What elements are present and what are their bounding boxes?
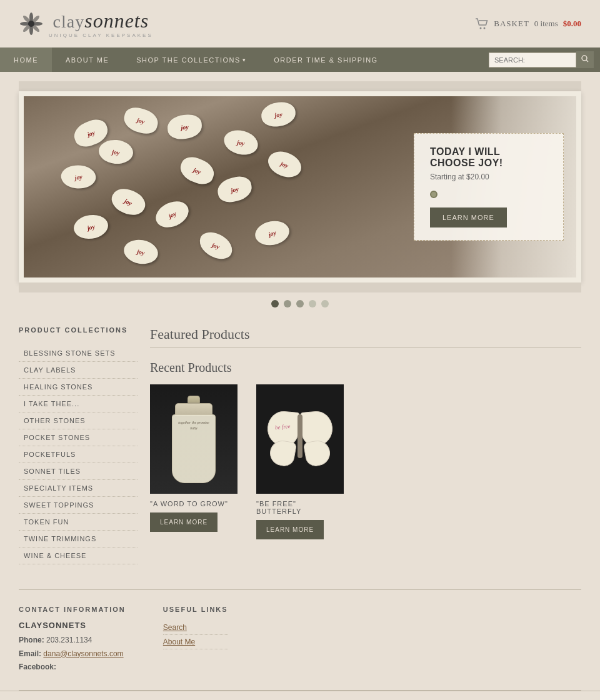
footer-links: USEFUL LINKS Search About Me [163, 606, 228, 674]
main-content: PRODUCT COLLECTIONS BLESSING STONE SETS … [0, 314, 600, 577]
scallop-top-row [19, 81, 581, 91]
sidebar-item-healing-stones[interactable]: HEALING STONES [19, 379, 138, 396]
product-image-jar: together the promise baby [150, 384, 238, 494]
footer-email-label: Email: [19, 649, 41, 658]
product-btn-jar[interactable]: LEARN MORE [150, 512, 218, 532]
footer-phone: Phone: 203.231.1134 [19, 634, 126, 648]
sidebar-title: PRODUCT COLLECTIONS [19, 326, 138, 338]
footer-links-title: USEFUL LINKS [163, 606, 228, 613]
product-name-butterfly: "BE FREE" BUTTERFLY [256, 500, 344, 515]
product-name-jar: "A WORD TO GROW" [150, 500, 238, 508]
nav-home[interactable]: HOME [0, 48, 52, 72]
sidebar-item-pocket-stones[interactable]: POCKET STONES [19, 429, 138, 446]
sidebar-item-sonnet-tiles[interactable]: SONNET TILES [19, 463, 138, 480]
footer-facebook: Facebook: [19, 661, 126, 674]
product-card-butterfly: be free "BE FREE" BUTTERFLY LEARN MORE [256, 384, 344, 539]
nav-collections[interactable]: SHOP THE COLLECTIONS ▾ [122, 48, 260, 72]
product-btn-butterfly[interactable]: LEARN MORE [256, 520, 324, 539]
hero-section: joy joy joy joy joy joy joy joy joy joy … [0, 72, 600, 314]
footer: CONTACT INFORMATION CLAYSONNETS Phone: 2… [0, 590, 600, 690]
footer-phone-label: Phone: [19, 636, 44, 644]
scallop-bottom-row [19, 282, 581, 292]
logo-tagline: UNIQUE CLAY KEEPSAKES [49, 32, 153, 38]
basket-label: BASKET [494, 19, 529, 29]
slide-dot-4[interactable] [309, 300, 316, 308]
basket-cart-icon [475, 18, 489, 29]
navbar: HOME ABOUT ME SHOP THE COLLECTIONS ▾ ORD… [0, 48, 600, 72]
footer-links-list: Search About Me [163, 621, 228, 649]
hero-learn-more-button[interactable]: LEARN MORE [430, 208, 507, 228]
sidebar-item-pocketfuls[interactable]: POCKETFULS [19, 446, 138, 463]
footer-copyright: © 2018 CLAYSONNETS, All Rights Reserved. [0, 691, 600, 700]
featured-title: Featured Products [150, 326, 581, 342]
sidebar-item-twine-trimmings[interactable]: TWINE TRIMMINGS [19, 531, 138, 548]
sidebar: PRODUCT COLLECTIONS BLESSING STONE SETS … [19, 326, 150, 564]
svg-point-9 [480, 28, 482, 29]
sidebar-item-i-take-thee[interactable]: I TAKE THEE... [19, 396, 138, 412]
hero-subtitle: Starting at $20.00 [430, 172, 548, 181]
hero-overlay-box: TODAY I WILL CHOOSE JOY! Starting at $20… [414, 133, 564, 241]
nav-collections-label: SHOP THE COLLECTIONS [136, 56, 241, 64]
basket-area[interactable]: BASKET 0 items $0.00 [475, 18, 581, 29]
sidebar-item-sweet-toppings[interactable]: SWEET TOPPINGS [19, 497, 138, 514]
sidebar-item-specialty-items[interactable]: SPECIALTY ITEMS [19, 480, 138, 497]
slide-dot-3[interactable] [296, 300, 304, 308]
logo-icon [19, 11, 44, 36]
recent-title: Recent Products [150, 361, 581, 375]
logo-area: claysonnets UNIQUE CLAY KEEPSAKES [49, 9, 153, 38]
search-button[interactable] [576, 51, 594, 68]
dropdown-arrow-icon: ▾ [242, 57, 247, 63]
footer-email: Email: dana@claysonnets.com [19, 648, 126, 661]
products-area: Featured Products Recent Products [150, 326, 581, 564]
footer-phone-number: 203.231.1134 [46, 636, 92, 644]
nav-shipping[interactable]: ORDER TIME & SHIPPING [260, 48, 391, 72]
footer-link-about[interactable]: About Me [163, 635, 228, 649]
nav-about[interactable]: ABOUT ME [52, 48, 122, 72]
sidebar-item-other-stones[interactable]: OTHER STONES [19, 412, 138, 429]
svg-point-11 [582, 56, 587, 61]
svg-point-10 [484, 28, 486, 29]
search-icon [581, 55, 589, 62]
product-image-butterfly: be free [256, 384, 344, 494]
hero-title: TODAY I WILL CHOOSE JOY! [430, 146, 548, 169]
logo-sonnets: sonnets [84, 9, 149, 32]
hero-active-indicator [430, 191, 438, 198]
header: claysonnets UNIQUE CLAY KEEPSAKES BASKET… [0, 0, 600, 48]
slide-dot-1[interactable] [271, 300, 279, 308]
footer-facebook-label: Facebook: [19, 662, 56, 671]
sidebar-item-wine-cheese[interactable]: WINE & CHEESE [19, 548, 138, 564]
slide-dot-2[interactable] [284, 300, 291, 308]
footer-contact: CONTACT INFORMATION CLAYSONNETS Phone: 2… [19, 606, 126, 674]
sidebar-item-blessing-stone[interactable]: BLESSING STONE SETS [19, 345, 138, 362]
svg-point-8 [28, 21, 34, 27]
basket-price: $0.00 [563, 19, 581, 29]
footer-email-link[interactable]: dana@claysonnets.com [43, 649, 123, 658]
svg-line-12 [586, 60, 588, 62]
sidebar-item-clay-labels[interactable]: CLAY LABELS [19, 362, 138, 379]
sidebar-item-token-fun[interactable]: TOKEN FUN [19, 514, 138, 531]
search-input[interactable] [489, 52, 576, 68]
basket-count: 0 items [534, 19, 558, 29]
logo-clay: clay [53, 12, 85, 31]
footer-link-search[interactable]: Search [163, 621, 228, 635]
slide-dot-5[interactable] [321, 300, 329, 308]
hero-wrapper: joy joy joy joy joy joy joy joy joy joy … [19, 91, 581, 282]
logo-text: claysonnets [53, 9, 149, 32]
footer-contact-title: CONTACT INFORMATION [19, 606, 126, 613]
hero-image-area: joy joy joy joy joy joy joy joy joy joy … [24, 96, 576, 278]
footer-company-name: CLAYSONNETS [19, 621, 126, 630]
featured-divider [150, 348, 581, 348]
search-area [482, 48, 600, 72]
products-grid: together the promise baby "A WORD TO GRO… [150, 384, 581, 539]
logo-wrapper: claysonnets UNIQUE CLAY KEEPSAKES [19, 9, 153, 38]
slider-dots [19, 292, 581, 311]
product-card-jar: together the promise baby "A WORD TO GRO… [150, 384, 238, 539]
